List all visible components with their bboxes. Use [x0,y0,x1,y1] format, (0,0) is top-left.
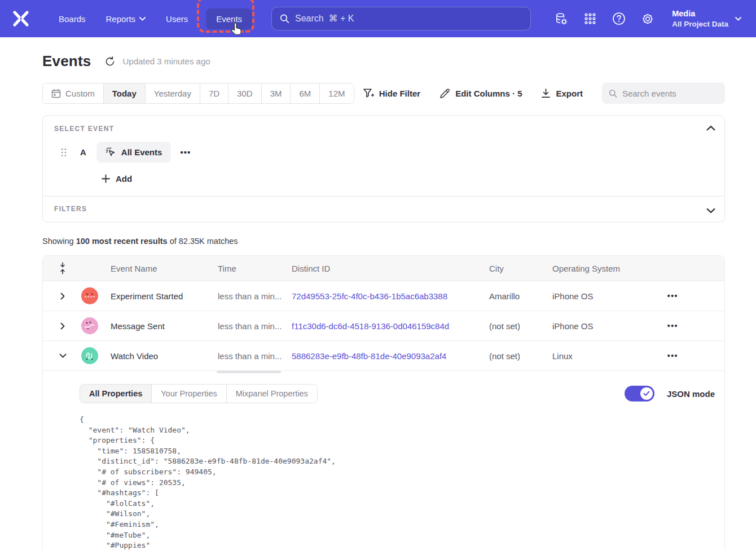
event-json-code: { "event": "Watch Video", "properties": … [80,414,724,550]
table-row-expanded: Watch Video less than a min... 5886283e-… [43,341,724,371]
calendar-icon [51,89,61,98]
cell-time: less than a min... [214,321,288,331]
help-icon[interactable] [612,12,626,25]
expand-row-button[interactable] [52,322,73,330]
select-event-label: SELECT EVENT [54,125,713,133]
check-icon [643,391,650,396]
cell-event-name: Message Sent [107,321,214,331]
events-search-input[interactable] [622,89,718,98]
date-yesterday-button[interactable]: Yesterday [146,84,200,103]
results-suffix: of 82.35K matches [168,237,238,246]
event-selector-chip[interactable]: All Events [96,142,172,163]
search-icon [280,14,289,24]
download-icon [541,88,551,98]
row-menu-button[interactable]: ••• [667,321,724,330]
drag-handle-icon[interactable] [60,148,68,157]
date-custom-label: Custom [65,89,95,98]
event-avatar [81,317,98,334]
chevron-down-icon[interactable] [706,206,715,215]
filters-label: FILTERS [54,205,713,213]
data-management-icon[interactable] [555,12,568,25]
date-30d-button[interactable]: 30D [228,84,262,103]
event-detail-panel: All Properties Your Properties Mixpanel … [43,371,724,403]
edit-columns-label: Edit Columns · 5 [455,89,522,98]
cell-city: (not set) [486,351,549,361]
row-menu-button[interactable]: ••• [667,291,724,300]
json-mode-label: JSON mode [667,389,715,399]
tab-all-properties[interactable]: All Properties [80,385,152,403]
cell-distinct-id-link[interactable]: 72d49553-25fc-4f0c-b436-1b5ac6ab3388 [288,291,486,301]
date-3m-button[interactable]: 3M [262,84,291,103]
hide-filter-label: Hide Filter [379,89,420,98]
col-operating-system: Operating System [549,264,660,273]
refresh-icon[interactable] [104,56,116,67]
expand-row-button[interactable] [52,293,73,300]
tab-your-properties[interactable]: Your Properties [152,385,226,403]
nav-item-reports-label: Reports [106,14,136,24]
nav-item-events[interactable]: Events [206,8,252,29]
cell-city: Amarillo [486,291,549,301]
page-title: Events [42,53,91,70]
row-menu-button[interactable]: ••• [667,351,724,360]
chevron-up-icon[interactable] [706,124,715,133]
global-search[interactable] [271,7,531,30]
mixpanel-logo-icon[interactable] [12,10,29,27]
query-row-letter: A [80,147,86,157]
cell-os: Linux [549,351,660,361]
global-search-input[interactable] [295,14,522,24]
apps-grid-icon[interactable] [583,12,597,25]
results-summary: Showing 100 most recent results of 82.35… [42,237,725,246]
nav-item-boards[interactable]: Boards [51,8,94,29]
avatar-face [81,317,98,334]
add-button-label: Add [116,174,132,184]
date-6m-button[interactable]: 6M [291,84,320,103]
col-city: City [486,264,549,273]
settings-gear-icon[interactable] [641,12,654,25]
cursor-click-icon [106,147,116,158]
edit-columns-button[interactable]: Edit Columns · 5 [439,88,522,99]
chevron-down-icon [735,17,741,21]
date-12m-button[interactable]: 12M [320,84,353,103]
cell-city: (not set) [486,321,549,331]
export-button[interactable]: Export [541,88,583,98]
cell-event-name: Watch Video [107,351,214,361]
hide-filter-button[interactable]: Hide Filter [363,88,420,99]
date-7d-button[interactable]: 7D [200,84,228,103]
sort-time-icon[interactable] [52,262,73,274]
toggle-knob [640,387,653,400]
event-avatar [81,287,98,304]
cell-distinct-id-link[interactable]: f11c30d6-dc6d-4518-9136-0d046159c84d [288,321,486,331]
query-builder-card: SELECT EVENT A [42,115,725,222]
avatar-face [81,347,98,364]
results-count: 100 most recent results [76,237,168,246]
project-switcher[interactable]: Media All Project Data [672,8,741,29]
events-search[interactable] [602,82,725,104]
date-today-button[interactable]: Today [104,84,146,103]
chevron-right-icon [60,293,65,300]
json-mode-toggle[interactable] [625,386,654,401]
cell-distinct-id-link[interactable]: 5886283e-e9fb-48fb-81de-40e9093a2af4 [288,351,486,361]
select-event-section: SELECT EVENT A [43,116,724,196]
add-event-button[interactable]: Add [102,174,713,184]
event-more-options-button[interactable]: ••• [180,147,191,157]
chevron-right-icon [60,322,65,330]
date-range-selector: Custom Today Yesterday 7D 30D 3M 6M 12M [42,83,354,104]
filters-section: FILTERS [43,197,724,222]
event-chip-label: All Events [121,147,162,157]
tab-mixpanel-properties[interactable]: Mixpanel Properties [227,385,317,403]
search-icon [609,89,617,98]
updated-status: Updated 3 minutes ago [122,56,210,66]
table-row: Experiment Started less than a min... 72… [43,281,724,311]
project-name: Media [672,8,728,19]
plus-icon [102,174,110,183]
avatar-face [81,287,98,304]
nav-item-users[interactable]: Users [158,8,196,29]
date-custom-button[interactable]: Custom [43,84,104,103]
filter-funnel-icon [363,88,374,99]
top-navbar: Boards Reports Users Events [0,0,756,37]
event-query-row: A All Events ••• [51,142,713,163]
nav-item-reports[interactable]: Reports [98,8,154,29]
collapse-row-button[interactable] [52,353,73,358]
pencil-icon [439,88,450,99]
horizontal-scrollbar-thumb[interactable] [217,370,281,373]
